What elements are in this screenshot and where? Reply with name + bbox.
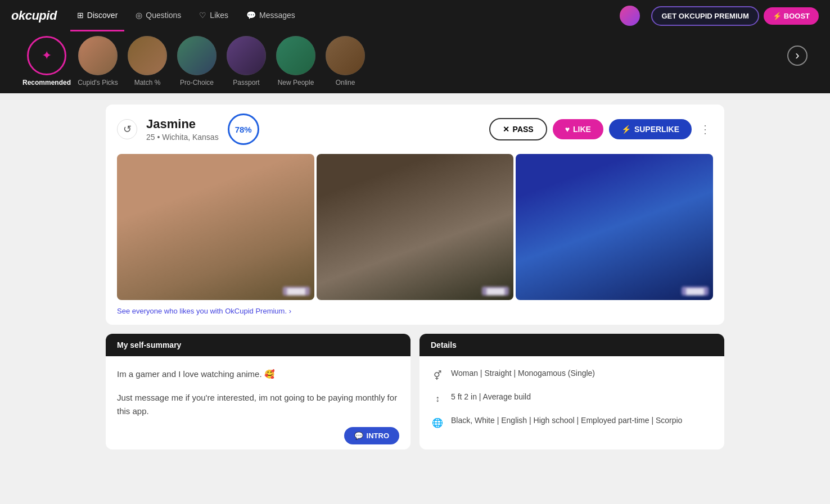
match-label: Match % xyxy=(134,79,161,87)
more-icon: ⋮ xyxy=(700,123,711,135)
intro-chat-icon: 💬 xyxy=(354,432,363,440)
superlike-button[interactable]: ⚡ SUPERLIKE xyxy=(609,119,692,139)
match-thumb xyxy=(128,36,167,75)
detail-row-background: 🌐 Black, White | English | High school |… xyxy=(431,415,713,429)
nav-questions[interactable]: ◎ Questions xyxy=(129,0,188,31)
intro-label: INTRO xyxy=(367,432,389,440)
photo-1-overlay: ▓▓▓▓ xyxy=(283,287,310,296)
premium-notice: See everyone who likes you with OkCupid … xyxy=(106,300,724,325)
profile-card: Jasmine 25 • Wichita, Kansas 78% ✕ PASS … xyxy=(106,105,724,325)
boost-label: BOOST xyxy=(784,12,810,20)
boost-button[interactable]: ⚡ BOOST xyxy=(764,7,819,25)
profile-name: Jasmine xyxy=(146,117,219,131)
new-people-label: New People xyxy=(278,79,314,87)
passport-thumb xyxy=(227,36,266,75)
category-next-button[interactable] xyxy=(787,46,808,66)
height-icon: ↕ xyxy=(431,392,444,406)
nav-messages-label: Messages xyxy=(259,11,295,20)
pass-button[interactable]: ✕ PASS xyxy=(489,118,547,140)
nav-likes-label: Likes xyxy=(210,11,228,20)
x-icon: ✕ xyxy=(503,125,509,134)
premium-button[interactable]: GET OKCUPID PREMIUM xyxy=(651,6,759,26)
superlike-label: SUPERLIKE xyxy=(634,125,679,134)
intro-button[interactable]: 💬 INTRO xyxy=(344,427,399,444)
profile-identity: Jasmine 25 • Wichita, Kansas xyxy=(146,117,219,142)
match-percent-value: 78% xyxy=(235,125,252,134)
nav-messages[interactable]: 💬 Messages xyxy=(240,0,302,31)
pass-label: PASS xyxy=(513,125,534,134)
recommended-label: Recommended xyxy=(22,79,71,87)
chevron-right-icon xyxy=(795,48,799,63)
profile-photo-3[interactable]: ▓▓▓▓ xyxy=(516,154,713,300)
category-online[interactable]: Online xyxy=(323,36,368,87)
self-summary-card: My self-summary Im a gamer and I love wa… xyxy=(106,334,411,449)
profile-separator: • xyxy=(157,133,162,142)
premium-link[interactable]: See everyone who likes you with OkCupid … xyxy=(117,307,291,315)
online-label: Online xyxy=(336,79,355,87)
more-options-button[interactable]: ⋮ xyxy=(697,120,713,138)
globe-icon: 🌐 xyxy=(431,416,444,429)
profile-age: 25 xyxy=(146,133,155,142)
pro-choice-thumb xyxy=(177,36,216,75)
detail-row-gender: ⚥ Woman | Straight | Monogamous (Single) xyxy=(431,367,713,382)
details-body: ⚥ Woman | Straight | Monogamous (Single)… xyxy=(419,356,724,449)
user-avatar[interactable] xyxy=(620,6,640,26)
category-pro-choice[interactable]: Pro-Choice xyxy=(174,36,219,87)
detail-height-text: 5 ft 2 in | Average build xyxy=(451,391,531,403)
summary-text-1: Im a gamer and I love watching anime. 🥰 xyxy=(117,367,399,381)
questions-icon: ◎ xyxy=(136,11,142,20)
undo-icon xyxy=(123,123,132,135)
photo-3-overlay: ▓▓▓▓ xyxy=(682,287,709,296)
cupids-picks-label: Cupid's Picks xyxy=(78,79,118,87)
detail-gender-text: Woman | Straight | Monogamous (Single) xyxy=(451,367,595,379)
nav-likes[interactable]: ♡ Likes xyxy=(192,0,235,31)
passport-label: Passport xyxy=(233,79,259,87)
like-button[interactable]: ♥ LIKE xyxy=(553,119,603,139)
category-passport[interactable]: Passport xyxy=(224,36,269,87)
match-percent-circle: 78% xyxy=(228,113,259,145)
likes-icon: ♡ xyxy=(199,11,206,20)
self-summary-header: My self-summary xyxy=(106,334,411,356)
new-people-thumb xyxy=(276,36,315,75)
details-header: Details xyxy=(419,334,724,356)
boost-icon: ⚡ xyxy=(773,12,782,20)
category-new-people[interactable]: New People xyxy=(273,36,318,87)
main-content: Jasmine 25 • Wichita, Kansas 78% ✕ PASS … xyxy=(94,93,736,461)
recommended-thumb: ✦ xyxy=(27,36,66,75)
cupids-picks-thumb xyxy=(78,36,118,75)
profile-sections: My self-summary Im a gamer and I love wa… xyxy=(106,334,724,449)
like-label: LIKE xyxy=(573,125,591,134)
detail-row-height: ↕ 5 ft 2 in | Average build xyxy=(431,391,713,406)
profile-location: Wichita, Kansas xyxy=(162,133,218,142)
photo-2-overlay: ▓▓▓▓ xyxy=(482,287,509,296)
profile-photo-1[interactable]: ▓▓▓▓ xyxy=(117,154,314,300)
navigation: okcupid ⊞ Discover ◎ Questions ♡ Likes 💬… xyxy=(0,0,830,31)
category-match[interactable]: Match % xyxy=(125,36,170,87)
category-bar: ✦ Recommended Cupid's Picks Match % Pro-… xyxy=(0,31,830,93)
category-cupids-picks[interactable]: Cupid's Picks xyxy=(75,36,120,87)
profile-actions: ✕ PASS ♥ LIKE ⚡ SUPERLIKE ⋮ xyxy=(489,118,713,140)
nav-discover-label: Discover xyxy=(87,11,118,20)
messages-icon: 💬 xyxy=(246,11,256,20)
profile-photo-2[interactable]: ▓▓▓▓ xyxy=(317,154,514,300)
nav-discover[interactable]: ⊞ Discover xyxy=(70,0,124,31)
discover-icon: ⊞ xyxy=(77,11,84,20)
profile-photos: ▓▓▓▓ ▓▓▓▓ ▓▓▓▓ xyxy=(106,154,724,300)
brand-logo[interactable]: okcupid xyxy=(11,8,57,23)
recommended-icon: ✦ xyxy=(42,48,52,63)
details-card: Details ⚥ Woman | Straight | Monogamous … xyxy=(419,334,724,449)
nav-questions-label: Questions xyxy=(146,11,181,20)
detail-background-text: Black, White | English | High school | E… xyxy=(451,415,682,426)
undo-button[interactable] xyxy=(117,119,137,139)
online-thumb xyxy=(326,36,365,75)
profile-header: Jasmine 25 • Wichita, Kansas 78% ✕ PASS … xyxy=(106,105,724,154)
pro-choice-label: Pro-Choice xyxy=(180,79,214,87)
superlike-icon: ⚡ xyxy=(621,125,631,134)
profile-age-location: 25 • Wichita, Kansas xyxy=(146,133,219,142)
self-summary-body: Im a gamer and I love watching anime. 🥰 … xyxy=(106,356,411,429)
heart-icon: ♥ xyxy=(565,125,570,134)
gender-icon: ⚥ xyxy=(431,369,444,382)
summary-text-2: Just message me if you're interested, im… xyxy=(117,391,399,418)
category-recommended[interactable]: ✦ Recommended xyxy=(22,36,71,87)
